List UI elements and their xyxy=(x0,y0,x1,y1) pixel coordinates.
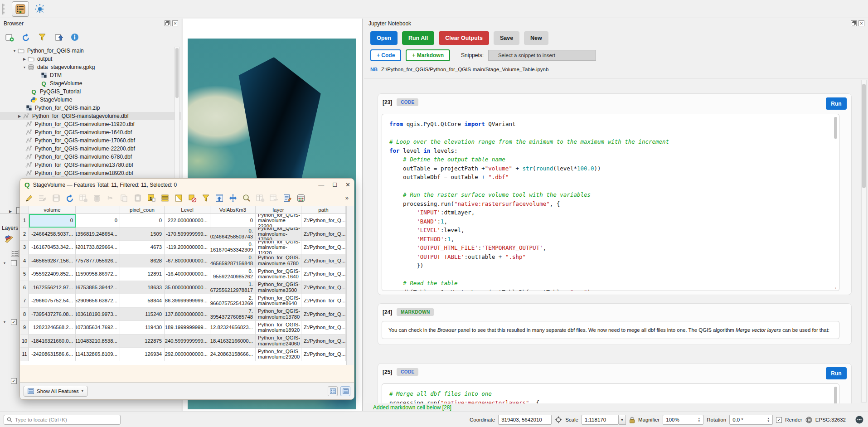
table-cell[interactable]: 7. 395437276085748 xyxy=(210,308,256,321)
column-header[interactable]: path xyxy=(301,206,346,214)
column-header[interactable] xyxy=(76,206,120,214)
table-cell[interactable]: Z:/Python_for_Q... xyxy=(301,281,346,295)
table-cell[interactable]: 8628 xyxy=(120,254,165,268)
row-number[interactable]: 9 xyxy=(20,321,29,335)
table-cell[interactable]: -7395437276.08... xyxy=(29,308,76,321)
expander-icon[interactable]: ▾ xyxy=(22,65,27,69)
legend-list-icon[interactable] xyxy=(11,250,19,257)
table-cell[interactable]: Python_for_QGIS- mainvolume3500 xyxy=(256,281,301,295)
table-cell[interactable]: 240.5999999999... xyxy=(165,335,210,348)
notebook-close-icon[interactable]: ✕ xyxy=(858,20,864,26)
table-cell[interactable]: Python_for_QGIS- mainvolume-22200 xyxy=(256,214,301,228)
conditional-format-icon[interactable] xyxy=(282,193,292,203)
browser-close-icon[interactable]: ✕ xyxy=(172,20,178,26)
table-cell[interactable]: 0. 465659287156848 xyxy=(210,254,256,268)
table-cell[interactable]: 86.39999999999... xyxy=(165,294,210,308)
table-cell[interactable]: 11590958.86972... xyxy=(76,267,120,281)
browser-item[interactable]: Python_for_QGIS-mainvolume-22200.dbf xyxy=(0,145,181,153)
column-header[interactable]: volume xyxy=(29,206,76,214)
table-cell[interactable]: -67.8000000000... xyxy=(165,254,210,268)
open-button[interactable]: Open xyxy=(370,31,398,45)
layer-expander-icon[interactable]: ▾ xyxy=(4,261,5,265)
markdown-content[interactable]: You can check in the Browser panel to se… xyxy=(382,321,839,339)
browser-item[interactable]: ▾Python_for_QGIS-main xyxy=(0,47,181,55)
table-cell[interactable]: Python_for_QGIS- mainvolume-6780 xyxy=(256,254,301,268)
collapse-all-icon[interactable] xyxy=(53,31,64,43)
table-cell[interactable]: Python_for_QGIS- mainvolume13780 xyxy=(256,308,301,321)
browser-float-icon[interactable] xyxy=(165,20,170,26)
run-all-button[interactable]: Run All xyxy=(402,31,434,45)
table-cell[interactable]: -119.200000000... xyxy=(165,241,210,254)
close-icon[interactable]: ✕ xyxy=(345,181,350,188)
row-number[interactable]: 3 xyxy=(20,241,29,254)
row-number[interactable]: 8 xyxy=(20,308,29,321)
scale-combo-arrow[interactable]: ▼ xyxy=(619,415,626,425)
table-cell[interactable]: 2. 966075752543269 xyxy=(210,294,256,308)
layer3-checkbox-checked[interactable]: ✓ xyxy=(11,378,17,384)
run-cell-button[interactable]: Run xyxy=(826,367,847,379)
table-cell[interactable]: -12823246568.2... xyxy=(29,321,76,335)
table-view-toggle[interactable] xyxy=(340,386,350,396)
table-cell[interactable]: 114132865.8109... xyxy=(76,348,120,361)
table-cell[interactable]: 126934 xyxy=(120,348,165,361)
move-top-icon[interactable] xyxy=(214,193,224,203)
browser-item[interactable]: StageVolume xyxy=(0,96,181,104)
table-cell[interactable]: 52909656.63872... xyxy=(76,294,120,308)
column-header[interactable]: VolAbsKm3 xyxy=(210,206,256,214)
code-scrollbar[interactable] xyxy=(834,117,837,288)
browser-item[interactable]: ▾data_stagevolume.gpkg xyxy=(0,63,181,71)
table-cell[interactable]: Z:/Python_for_Q... xyxy=(301,321,346,335)
table-cell[interactable]: Python_for_QGIS- mainvolume18920 xyxy=(256,321,301,335)
table-cell[interactable]: 0. 95592240985262 xyxy=(210,267,256,281)
add-code-button[interactable]: + Code xyxy=(370,49,401,61)
resize-corner-icon[interactable]: ⌟ xyxy=(834,285,836,290)
clear-outputs-button[interactable]: Clear Outputs xyxy=(439,31,489,45)
processing-sun-button[interactable] xyxy=(33,2,47,16)
table-cell[interactable]: Python_for_QGIS- mainvolume-1640 xyxy=(256,267,301,281)
select-expression-icon[interactable]: ε xyxy=(146,193,156,203)
lock-scale-icon[interactable] xyxy=(629,417,635,423)
browser-item[interactable]: QPyQGIS_Tutorial xyxy=(0,87,181,96)
table-cell[interactable]: -24208631586.6... xyxy=(29,348,76,361)
expander-icon[interactable]: ▶ xyxy=(22,57,27,61)
maximize-icon[interactable]: ☐ xyxy=(332,182,337,188)
magnifier-input[interactable]: 100%▲▼ xyxy=(663,415,703,425)
browser-item[interactable]: ▶output xyxy=(0,55,181,63)
table-cell[interactable]: 16753885.39442... xyxy=(76,281,120,295)
table-cell[interactable]: 0 xyxy=(120,214,165,228)
code-editor[interactable]: from qgis.PyQt.QtCore import QVariant # … xyxy=(382,114,839,291)
table-cell[interactable]: -24664258.5037... xyxy=(29,228,76,241)
filter-table-icon[interactable] xyxy=(200,193,211,203)
rotation-input[interactable]: 0.0 °▲▼ xyxy=(729,415,773,425)
field-calculator-icon[interactable] xyxy=(296,193,306,203)
attribute-table-titlebar[interactable]: Q StageVolume — Features Total: 11, Filt… xyxy=(20,179,354,191)
browser-item[interactable]: Python_for_QGIS-mainvolume-17060.dbf xyxy=(0,136,181,145)
selected-cell[interactable]: 0 xyxy=(29,214,76,228)
minimize-icon[interactable]: — xyxy=(318,181,324,188)
add-layer-icon[interactable] xyxy=(4,31,15,43)
layer2-expander-icon[interactable]: ▾ xyxy=(4,320,5,324)
mouse-position-icon[interactable] xyxy=(555,416,562,423)
browser-item[interactable]: Python_for_QGIS-mainvolume18920.dbf xyxy=(0,169,181,177)
properties-icon[interactable] xyxy=(69,31,81,43)
toggle-editing-icon[interactable] xyxy=(24,193,34,203)
table-cell[interactable]: Python_for_QGIS- mainvolume29200 xyxy=(256,348,301,361)
row-number[interactable]: 5 xyxy=(20,267,29,281)
browser-item[interactable]: Python_for_QGIS-mainvolume-1640.dbf xyxy=(0,128,181,136)
reload-icon[interactable] xyxy=(64,193,75,203)
table-cell[interactable]: Z:/Python_for_Q... xyxy=(301,348,346,361)
row-number[interactable]: 11 xyxy=(20,348,29,361)
layer-checkbox-unchecked[interactable] xyxy=(11,260,17,266)
table-cell[interactable]: 18.41632166000... xyxy=(210,335,256,348)
new-button[interactable]: New xyxy=(524,31,548,45)
scale-combo[interactable]: 1:118170 xyxy=(582,415,619,425)
browser-item[interactable]: Python_for_QGIS-mainvolume-11920.dbf xyxy=(0,120,181,128)
toolbar-overflow-icon[interactable]: » xyxy=(345,194,351,201)
table-cell[interactable]: Z:/Python_for_Q... xyxy=(301,294,346,308)
row-number[interactable]: 4 xyxy=(20,254,29,268)
row-number[interactable]: 10 xyxy=(20,335,29,348)
table-cell[interactable]: 107385634.7692... xyxy=(76,321,120,335)
epsg-button[interactable]: EPSG:32632 xyxy=(815,417,846,422)
table-cell[interactable]: 7757877.055926... xyxy=(76,254,120,268)
table-cell[interactable]: 292.0000000000... xyxy=(165,348,210,361)
